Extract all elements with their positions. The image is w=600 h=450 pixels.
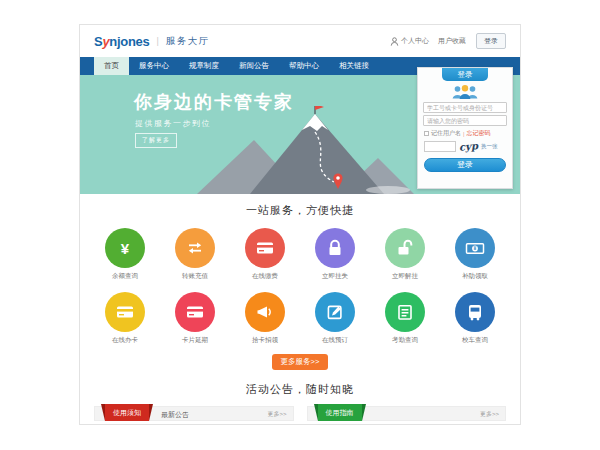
svg-text:¥: ¥: [474, 245, 477, 251]
personal-center-label: 个人中心: [401, 36, 429, 46]
service-icon-circle[interactable]: [175, 292, 215, 332]
nav-item-news[interactable]: 新闻公告: [229, 57, 279, 75]
latest-announcements-tab[interactable]: 最新公告: [149, 407, 201, 422]
service-icon-circle[interactable]: [315, 292, 355, 332]
header: Synjones | 服务大厅 个人中心 用户收藏 登录: [80, 25, 520, 57]
service-item[interactable]: 校车查询: [440, 292, 510, 345]
service-item[interactable]: 转账充值: [160, 228, 230, 281]
right-panel-tab-bar: 使用指南 更多>>: [307, 406, 507, 421]
service-label: 立即解挂: [370, 272, 440, 281]
service-item[interactable]: 立即解挂: [370, 228, 440, 281]
service-icon-circle[interactable]: ¥: [455, 228, 495, 268]
login-submit-button[interactable]: 登录: [424, 158, 506, 172]
right-more-link[interactable]: 更多>>: [480, 407, 505, 422]
service-label: 考勤查询: [370, 336, 440, 345]
nav-item-home[interactable]: 首页: [94, 57, 129, 75]
service-item[interactable]: 拾卡招领: [230, 292, 300, 345]
nav-item-links[interactable]: 相关链接: [329, 57, 379, 75]
services-title: 一站服务，方便快捷: [80, 203, 520, 218]
services-grid: ¥余额查询转账充值在线缴费立即挂失立即解挂¥补助领取在线办卡卡片延期拾卡招领在线…: [90, 228, 510, 345]
service-item[interactable]: 在线预订: [300, 292, 370, 345]
login-panel: 登录 记住用户名 | 忘记密码 cyp 换一张 登录: [417, 67, 513, 189]
left-panel-tab-bar: 使用须知 最新公告 更多>>: [94, 406, 294, 421]
hero-subtitle: 提供服务一步到位: [135, 118, 211, 129]
service-item[interactable]: 在线办卡: [90, 292, 160, 345]
transfer-arrows-icon: [185, 238, 205, 258]
remember-checkbox[interactable]: [424, 131, 429, 136]
hero-cta-button[interactable]: 了解更多: [135, 133, 177, 148]
service-item[interactable]: 卡片延期: [160, 292, 230, 345]
user-icon: [390, 37, 399, 46]
forgot-password-link[interactable]: 忘记密码: [467, 129, 491, 138]
service-icon-circle[interactable]: ¥: [105, 228, 145, 268]
service-icon-circle[interactable]: [385, 228, 425, 268]
service-label: 卡片延期: [160, 336, 230, 345]
service-label: 在线缴费: [230, 272, 300, 281]
header-login-button[interactable]: 登录: [476, 33, 506, 49]
service-label: 余额查询: [90, 272, 160, 281]
nav-item-help-center[interactable]: 帮助中心: [279, 57, 329, 75]
lock-icon: [325, 238, 345, 258]
service-icon-circle[interactable]: [105, 292, 145, 332]
captcha-refresh-link[interactable]: 换一张: [481, 143, 498, 150]
hero-title: 你身边的卡管专家: [134, 90, 294, 114]
nav-item-rules[interactable]: 规章制度: [179, 57, 229, 75]
card-icon: [255, 238, 275, 258]
remember-label: 记住用户名: [431, 129, 461, 138]
service-label: 立即挂失: [300, 272, 370, 281]
service-icon-circle[interactable]: [385, 292, 425, 332]
logo-text-rest: njones: [109, 34, 149, 49]
service-item[interactable]: 立即挂失: [300, 228, 370, 281]
username-input[interactable]: [423, 102, 507, 113]
options-separator: |: [463, 131, 465, 137]
users-group-icon: [450, 84, 480, 100]
service-label: 拾卡招领: [230, 336, 300, 345]
service-item[interactable]: 在线缴费: [230, 228, 300, 281]
service-icon-circle[interactable]: [245, 292, 285, 332]
header-divider: |: [156, 36, 158, 46]
mountain-illustration: [192, 106, 417, 194]
yuan-icon: ¥: [121, 241, 129, 256]
card-icon: [185, 302, 205, 322]
site-name: 服务大厅: [166, 35, 210, 48]
service-label: 在线办卡: [90, 336, 160, 345]
logo[interactable]: Synjones: [94, 34, 149, 49]
captcha-input[interactable]: [424, 141, 456, 152]
service-item[interactable]: 考勤查询: [370, 292, 440, 345]
service-label: 转账充值: [160, 272, 230, 281]
hero-banner: 你身边的卡管专家 提供服务一步到位 了解更多 登录 记住用户名 | 忘记密码 c…: [80, 75, 520, 194]
captcha-image[interactable]: cyp: [459, 140, 479, 152]
login-tab[interactable]: 登录: [442, 68, 488, 81]
login-options-row: 记住用户名 | 忘记密码: [424, 129, 506, 138]
service-icon-circle[interactable]: [315, 228, 355, 268]
more-services-button[interactable]: 更多服务>>: [272, 354, 329, 370]
service-icon-circle[interactable]: [245, 228, 285, 268]
bus-icon: [465, 302, 485, 322]
card-icon: [115, 302, 135, 322]
attendance-list-icon: [395, 302, 415, 322]
captcha-row: cyp 换一张: [424, 141, 506, 152]
user-favorites-link[interactable]: 用户收藏: [438, 36, 466, 46]
service-label: 补助领取: [440, 272, 510, 281]
logo-accent-y: y: [102, 34, 109, 49]
service-portal-page: Synjones | 服务大厅 个人中心 用户收藏 登录 首页 服务中心 规章制…: [79, 24, 521, 425]
nav-item-service-center[interactable]: 服务中心: [129, 57, 179, 75]
usage-guide-ribbon-tab[interactable]: 使用指南: [318, 404, 362, 421]
password-input[interactable]: [423, 115, 507, 126]
announcement-panel-left: 使用须知 最新公告 更多>>: [94, 406, 294, 421]
announcement-panel-right: 使用指南 更多>>: [307, 406, 507, 421]
usage-notes-ribbon-tab[interactable]: 使用须知: [105, 404, 149, 421]
announcements-title: 活动公告，随时知晓: [80, 382, 520, 397]
service-item[interactable]: ¥补助领取: [440, 228, 510, 281]
announcement-panels: 使用须知 最新公告 更多>> 使用指南 更多>>: [94, 406, 506, 421]
service-icon-circle[interactable]: [455, 292, 495, 332]
personal-center-link[interactable]: 个人中心: [390, 36, 429, 46]
service-icon-circle[interactable]: [175, 228, 215, 268]
service-label: 在线预订: [300, 336, 370, 345]
unlock-icon: [395, 238, 415, 258]
service-item[interactable]: ¥余额查询: [90, 228, 160, 281]
services-section: 一站服务，方便快捷 ¥余额查询转账充值在线缴费立即挂失立即解挂¥补助领取在线办卡…: [80, 194, 520, 370]
service-label: 校车查询: [440, 336, 510, 345]
left-more-link[interactable]: 更多>>: [267, 407, 292, 422]
banknote-icon: ¥: [465, 238, 485, 258]
